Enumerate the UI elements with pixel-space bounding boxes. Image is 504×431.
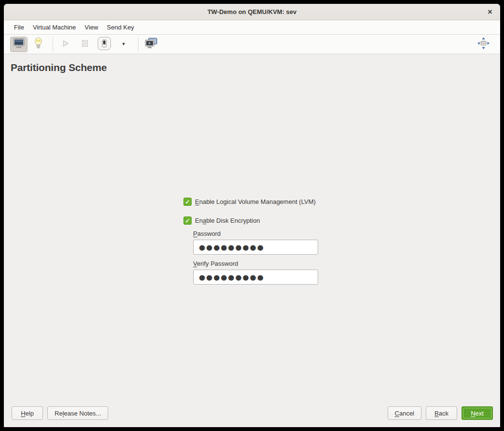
checkbox-check-icon: ✓	[185, 218, 190, 224]
encryption-checkbox[interactable]: ✓	[183, 216, 192, 225]
label-mnemonic: E	[195, 198, 199, 205]
lightbulb-icon	[34, 37, 43, 51]
toolbar: ▼	[4, 35, 500, 54]
close-button[interactable]: ×	[484, 6, 496, 18]
pause-button[interactable]	[76, 37, 94, 52]
encryption-checkbox-row: ✓ Enable Disk Encryption	[183, 216, 260, 225]
label-text: ease Notes...	[64, 410, 101, 417]
footer-left: Help Release Notes...	[12, 406, 108, 420]
monitor-icon	[13, 38, 25, 50]
label-text: Re	[55, 410, 63, 417]
menu-view[interactable]: View	[80, 20, 102, 34]
label-text: elp	[26, 410, 34, 417]
menu-send-key[interactable]: Send Key	[102, 20, 138, 34]
label-text: ext	[476, 410, 484, 417]
fullscreen-button[interactable]	[475, 37, 492, 52]
displays-icon	[145, 38, 157, 51]
help-button[interactable]: Help	[12, 406, 43, 420]
lvm-checkbox[interactable]: ✓	[183, 198, 192, 206]
toolbar-separator	[53, 38, 53, 51]
label-text: nable Logical Volume Management (LVM)	[199, 198, 316, 205]
back-button[interactable]: Back	[426, 406, 457, 420]
menu-virtual-machine[interactable]: Virtual Machine	[28, 20, 80, 34]
lvm-checkbox-label[interactable]: Enable Logical Volume Management (LVM)	[195, 198, 316, 205]
label-mnemonic: C	[395, 410, 399, 417]
label-text: ack	[439, 410, 448, 417]
lvm-checkbox-row: ✓ Enable Logical Volume Management (LVM)	[183, 198, 316, 206]
label-text: ancel	[399, 410, 414, 417]
checkbox-check-icon: ✓	[185, 199, 190, 205]
menu-file[interactable]: File	[10, 20, 28, 34]
encryption-checkbox-label[interactable]: Enable Disk Encryption	[195, 217, 260, 224]
label-text: assword	[197, 230, 221, 237]
label-text: ble Disk Encryption	[206, 217, 260, 224]
titlebar: TW-Demo on QEMU/KVM: sev ×	[4, 4, 500, 20]
play-icon	[61, 39, 70, 50]
fullscreen-icon	[477, 37, 490, 52]
page-title: Partitioning Scheme	[11, 62, 107, 73]
label-text: En	[195, 217, 203, 224]
label-mnemonic: P	[193, 230, 197, 237]
password-label: Password	[193, 230, 221, 237]
shutdown-icon	[98, 37, 111, 52]
shutdown-button[interactable]	[96, 37, 113, 52]
details-button[interactable]	[29, 37, 47, 52]
console-button[interactable]	[10, 37, 28, 52]
pause-icon	[81, 39, 89, 50]
window-title: TW-Demo on QEMU/KVM: sev	[208, 8, 297, 15]
next-button[interactable]: Next	[462, 406, 493, 420]
label-mnemonic: B	[434, 410, 439, 417]
vm-display: Partitioning Scheme ✓ Enable Logical Vol…	[4, 54, 500, 427]
run-button[interactable]	[57, 37, 74, 52]
label-mnemonic: N	[471, 410, 475, 417]
label-mnemonic: H	[21, 410, 25, 417]
close-icon: ×	[488, 8, 492, 16]
menubar: File Virtual Machine View Send Key	[4, 20, 500, 35]
toolbar-separator	[138, 38, 139, 51]
release-notes-button[interactable]: Release Notes...	[47, 406, 108, 420]
chevron-down-icon: ▼	[122, 42, 126, 46]
label-text: erify Password	[197, 260, 238, 267]
verify-password-input[interactable]	[193, 270, 318, 285]
verify-password-label: Verify Password	[193, 260, 238, 267]
label-mnemonic: V	[193, 260, 197, 267]
shutdown-menu-button[interactable]: ▼	[115, 37, 132, 52]
footer-right: Cancel Back Next	[388, 406, 493, 420]
virtual-displays-button[interactable]	[142, 37, 160, 52]
password-input[interactable]	[193, 240, 318, 255]
virt-manager-window: TW-Demo on QEMU/KVM: sev × File Virtual …	[4, 4, 500, 427]
cancel-button[interactable]: Cancel	[388, 406, 421, 420]
